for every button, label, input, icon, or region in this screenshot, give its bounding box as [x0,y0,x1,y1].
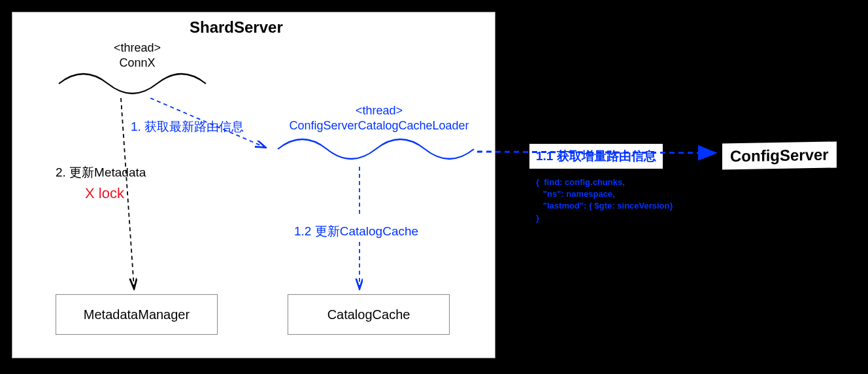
thread-name: ConnX [119,56,155,69]
loader-stereo: <thread> [356,104,403,117]
configserver-title: ConfigServer [730,146,829,165]
thread-loader-label: <thread> ConfigServerCatalogCacheLoader [275,103,484,134]
catalog-cache-text: CatalogCache [327,307,410,322]
step2-label: 2. 更新Metadata [56,165,146,181]
metadata-manager-box: MetadataManager [56,294,218,335]
step1-2-label: 1.2 更新CatalogCache [294,224,418,240]
thread-connx-label: <thread> ConnX [98,41,176,71]
step1-1-label: 1.1 获取增量路由信息 [529,144,663,169]
catalog-cache-box: CatalogCache [288,294,450,335]
loader-name: ConfigServerCatalogCacheLoader [289,119,469,132]
thread-stereo: <thread> [114,41,161,54]
step1-label: 1. 获取最新路由信息 [131,119,244,135]
metadata-manager-text: MetadataManager [84,307,190,322]
json-query: { find: config.chunks, "ns": namespace, … [536,177,673,224]
xlock-label: X lock [85,184,124,203]
configserver-box: ConfigServer [722,141,837,169]
shardserver-title: ShardServer [190,18,283,37]
